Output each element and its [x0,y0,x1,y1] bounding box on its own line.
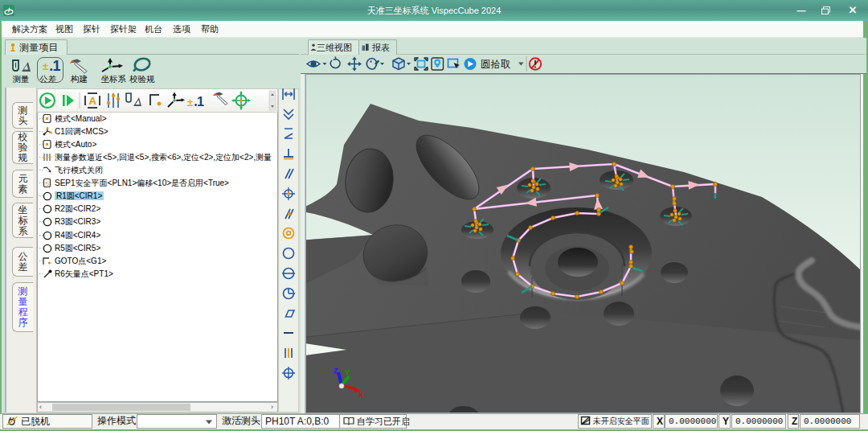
svg-text:圆拾取: 圆拾取 [481,59,511,70]
svg-text:Y: Y [345,368,350,376]
svg-text:X: X [358,391,363,399]
svg-text:Z: Z [334,367,338,375]
